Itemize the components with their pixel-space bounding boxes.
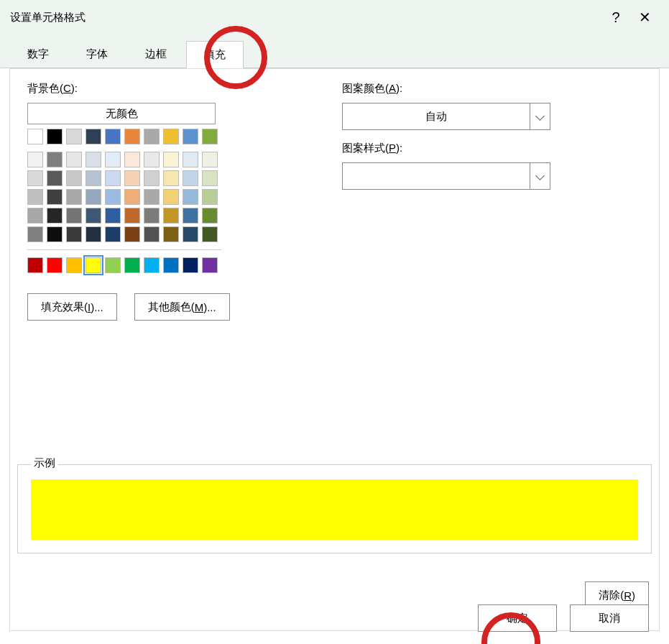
color-swatch[interactable] (144, 257, 160, 273)
divider (27, 249, 221, 250)
color-swatch[interactable] (183, 152, 198, 167)
color-swatch[interactable] (105, 189, 121, 205)
color-swatch[interactable] (86, 170, 101, 186)
color-swatch[interactable] (86, 257, 101, 273)
color-swatch[interactable] (47, 152, 63, 167)
pattern-style-value (343, 163, 530, 189)
color-swatch[interactable] (163, 129, 179, 144)
color-swatch[interactable] (66, 189, 82, 205)
color-swatch[interactable] (163, 189, 179, 205)
color-swatch[interactable] (105, 129, 121, 144)
color-swatch[interactable] (202, 189, 218, 205)
ok-button[interactable]: 确定 (478, 604, 557, 632)
pattern-color-label: 图案颜色(A): (342, 82, 615, 96)
color-swatch[interactable] (183, 257, 198, 273)
fill-effects-button[interactable]: 填充效果(I)... (27, 293, 117, 321)
color-swatch[interactable] (202, 257, 218, 273)
color-swatch[interactable] (202, 208, 218, 224)
color-swatch[interactable] (27, 226, 43, 242)
color-swatch[interactable] (27, 189, 43, 205)
standard-color-row (27, 257, 329, 273)
color-swatch[interactable] (202, 152, 218, 167)
color-swatch[interactable] (163, 170, 179, 186)
no-color-button[interactable]: 无颜色 (27, 103, 216, 124)
color-swatch[interactable] (124, 226, 140, 242)
close-icon[interactable]: ✕ (630, 3, 659, 32)
color-swatch[interactable] (163, 208, 179, 224)
color-swatch[interactable] (144, 129, 160, 144)
color-swatch[interactable] (124, 152, 140, 167)
color-swatch[interactable] (66, 152, 82, 167)
color-swatch[interactable] (124, 129, 140, 144)
color-swatch[interactable] (183, 226, 198, 242)
color-swatch[interactable] (66, 129, 82, 144)
color-swatch[interactable] (66, 170, 82, 186)
color-swatch[interactable] (47, 189, 63, 205)
tab-font[interactable]: 字体 (68, 40, 126, 68)
color-swatch[interactable] (47, 257, 63, 273)
color-swatch[interactable] (66, 226, 82, 242)
color-swatch[interactable] (163, 257, 179, 273)
tab-border-label: 边框 (145, 47, 167, 61)
color-swatch[interactable] (27, 152, 43, 167)
color-swatch[interactable] (86, 189, 101, 205)
color-swatch[interactable] (144, 152, 160, 167)
color-swatch[interactable] (105, 226, 121, 242)
color-swatch[interactable] (124, 257, 140, 273)
pattern-color-combo[interactable]: 自动 (342, 103, 550, 130)
color-swatch[interactable] (124, 208, 140, 224)
color-swatch[interactable] (202, 226, 218, 242)
color-swatch[interactable] (86, 226, 101, 242)
background-color-group: 背景色(C): 无颜色 填充效果(I)... 其他颜色(M)... (27, 82, 329, 321)
color-swatch[interactable] (47, 226, 63, 242)
color-swatch[interactable] (163, 152, 179, 167)
color-swatch[interactable] (144, 170, 160, 186)
tab-fill[interactable]: 填充 (186, 41, 244, 68)
tab-number-label: 数字 (27, 47, 49, 61)
color-swatch[interactable] (66, 208, 82, 224)
pattern-style-combo[interactable] (342, 162, 550, 190)
color-swatch[interactable] (124, 170, 140, 186)
color-swatch[interactable] (105, 208, 121, 224)
help-icon[interactable]: ? (601, 3, 630, 32)
color-swatch[interactable] (47, 208, 63, 224)
color-swatch[interactable] (27, 208, 43, 224)
ok-label: 确定 (507, 612, 528, 625)
theme-shades-block (27, 152, 329, 242)
color-swatch[interactable] (66, 257, 82, 273)
color-swatch[interactable] (105, 170, 121, 186)
color-swatch[interactable] (47, 129, 63, 144)
background-color-label: 背景色(C): (27, 82, 329, 96)
color-swatch[interactable] (183, 208, 198, 224)
color-swatch[interactable] (202, 170, 218, 186)
color-swatch[interactable] (105, 257, 121, 273)
fill-extra-buttons: 填充效果(I)... 其他颜色(M)... (27, 293, 329, 321)
example-swatch (31, 479, 638, 540)
dialog-title: 设置单元格格式 (10, 11, 601, 24)
color-swatch[interactable] (163, 226, 179, 242)
color-swatch[interactable] (27, 257, 43, 273)
color-swatch[interactable] (105, 152, 121, 167)
color-swatch[interactable] (144, 226, 160, 242)
cancel-button[interactable]: 取消 (570, 604, 649, 632)
tab-border[interactable]: 边框 (127, 40, 185, 68)
color-swatch[interactable] (183, 129, 198, 144)
format-cells-dialog: 设置单元格格式 ? ✕ 数字 字体 边框 填充 背景色(C): 无颜色 填充效果… (0, 0, 669, 644)
color-swatch[interactable] (86, 129, 101, 144)
color-swatch[interactable] (27, 129, 43, 144)
color-swatch[interactable] (183, 170, 198, 186)
color-swatch[interactable] (183, 189, 198, 205)
color-swatch[interactable] (47, 170, 63, 186)
theme-color-row (27, 129, 329, 144)
tab-number[interactable]: 数字 (9, 40, 67, 68)
chevron-down-icon[interactable] (530, 163, 550, 189)
more-colors-button[interactable]: 其他颜色(M)... (134, 293, 230, 321)
color-swatch[interactable] (86, 208, 101, 224)
color-swatch[interactable] (27, 170, 43, 186)
color-swatch[interactable] (86, 152, 101, 167)
color-swatch[interactable] (202, 129, 218, 144)
color-swatch[interactable] (144, 189, 160, 205)
chevron-down-icon[interactable] (530, 104, 550, 129)
color-swatch[interactable] (124, 189, 140, 205)
color-swatch[interactable] (144, 208, 160, 224)
